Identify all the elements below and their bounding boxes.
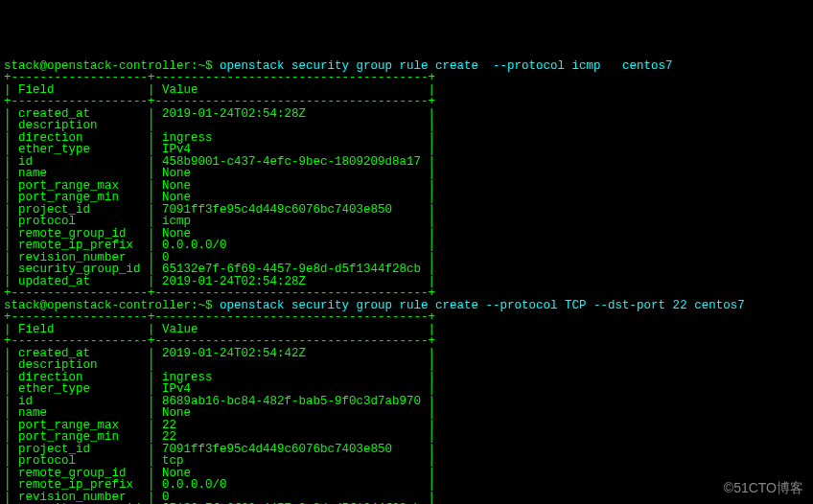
watermark: ©51CTO博客	[724, 481, 803, 494]
terminal-output: stack@openstack-controller:~$ openstack …	[0, 48, 813, 504]
table2: +-------------------+-------------------…	[4, 310, 435, 504]
table1: +-------------------+-------------------…	[4, 71, 435, 300]
